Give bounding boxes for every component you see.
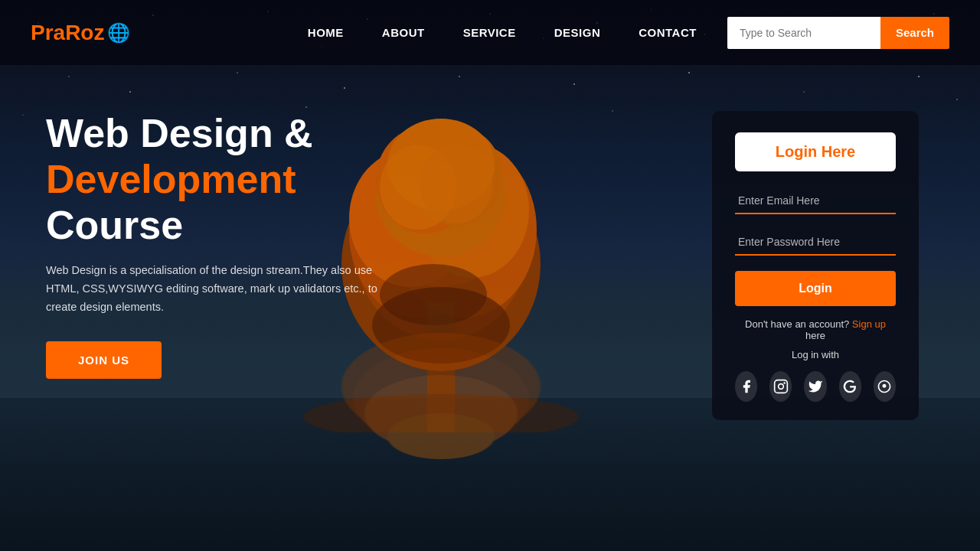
twitter-icon[interactable] [804,371,826,402]
svg-point-27 [305,106,307,108]
nav-item-contact[interactable]: CONTACT [639,26,697,40]
hero-description: Web Design is a specialisation of the de… [46,262,406,317]
svg-point-22 [573,83,575,85]
password-field[interactable] [735,230,896,256]
svg-point-25 [918,76,920,77]
svg-point-20 [344,87,345,89]
social-icons [735,371,896,402]
facebook-icon[interactable] [735,371,757,402]
nav-item-design[interactable]: DESIGN [554,26,601,40]
svg-point-30 [956,99,958,100]
google-icon[interactable] [839,371,861,402]
login-title: Login Here [776,143,855,160]
svg-point-52 [387,413,495,459]
svg-point-23 [688,72,690,73]
svg-point-17 [68,76,70,77]
login-header: Login Here [735,132,896,171]
signup-link[interactable]: Sign up [852,318,886,330]
hero-line2: Development [46,157,296,201]
skype-icon[interactable] [874,371,896,402]
logo-text: PraRoz [31,21,104,45]
globe-icon: 🌐 [107,22,130,44]
svg-rect-53 [774,380,787,393]
instagram-icon[interactable] [769,371,792,402]
svg-point-55 [783,382,786,384]
join-us-button[interactable]: JOIN US [46,341,162,379]
search-bar: Search [727,17,949,49]
svg-point-54 [778,384,783,390]
email-field[interactable] [735,188,896,214]
hero-line3: Course [46,203,183,247]
login-with-label: Log in with [735,349,896,360]
nav-links: HOME ABOUT SERVICE DESIGN CONTACT [308,26,697,40]
nav-item-about[interactable]: ABOUT [382,26,425,40]
svg-point-21 [459,76,460,77]
hero-section: Web Design & Development Course Web Desi… [46,111,467,379]
nav-item-service[interactable]: SERVICE [463,26,516,40]
logo[interactable]: PraRoz🌐 [31,21,130,45]
hero-heading: Web Design & Development Course [46,111,467,248]
svg-point-18 [129,91,131,93]
nav-item-home[interactable]: HOME [308,26,344,40]
search-input[interactable] [727,17,880,49]
navbar: PraRoz🌐 HOME ABOUT SERVICE DESIGN CONTAC… [0,0,980,65]
search-button[interactable]: Search [880,17,949,49]
login-button[interactable]: Login [735,271,896,306]
no-account-text: Don't have an account? Sign up here [735,318,896,341]
svg-point-24 [803,91,805,93]
login-card: Login Here Login Don't have an account? … [712,111,919,420]
main-content: Web Design & Development Course Web Desi… [0,111,980,420]
hero-line1: Web Design & [46,111,313,155]
svg-point-19 [237,72,237,73]
